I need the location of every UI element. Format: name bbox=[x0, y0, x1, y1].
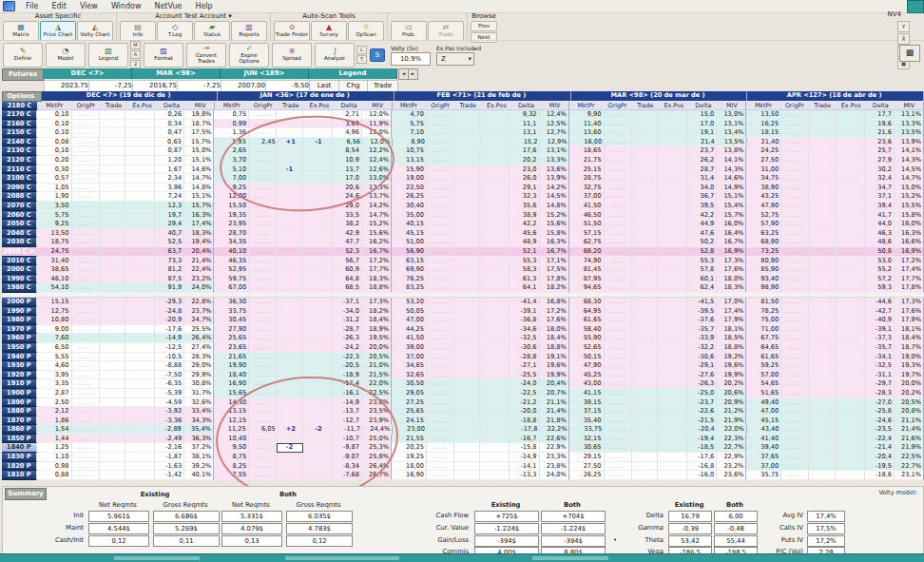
cell-trade[interactable] bbox=[454, 462, 480, 472]
cell-origpr[interactable]: ...... bbox=[249, 174, 277, 184]
cell-miv[interactable]: 24,0% bbox=[184, 283, 214, 293]
strike-cell[interactable]: 1910 P bbox=[2, 379, 37, 389]
cell-trade[interactable]: -2 bbox=[277, 443, 302, 453]
cell-origpr[interactable]: ...... bbox=[427, 257, 454, 266]
cell-miv[interactable]: 18,2% bbox=[540, 283, 569, 293]
cell-trade[interactable] bbox=[277, 371, 302, 380]
cell-miv[interactable]: 19,6% bbox=[540, 361, 569, 371]
cell-trade[interactable] bbox=[632, 407, 658, 417]
cell-trade[interactable] bbox=[277, 120, 302, 129]
cell-mktpr[interactable]: 26,25 bbox=[392, 192, 427, 202]
cell-miv[interactable]: 18,8% bbox=[362, 283, 392, 293]
cell-expos[interactable] bbox=[480, 435, 510, 444]
month-group-header[interactable]: APR <127> (18 de abr de ) bbox=[747, 91, 924, 102]
cell-mktpr[interactable]: 27,50 bbox=[569, 462, 605, 472]
cell-miv[interactable]: 21,5% bbox=[362, 371, 392, 380]
cell-expos[interactable] bbox=[836, 389, 865, 398]
cell-delta[interactable]: -24,0 bbox=[510, 379, 539, 389]
cell-expos[interactable] bbox=[303, 435, 333, 444]
cell-trade[interactable] bbox=[632, 371, 658, 380]
cell-expos[interactable] bbox=[303, 417, 333, 426]
cell-origpr[interactable]: ...... bbox=[605, 184, 632, 193]
prob-button[interactable]: ▭Prob. bbox=[391, 21, 427, 41]
cell-expos[interactable] bbox=[836, 229, 865, 239]
cell-miv[interactable]: 21,2% bbox=[717, 407, 746, 417]
cell-expos[interactable] bbox=[480, 146, 510, 156]
cell-origpr[interactable]: ...... bbox=[249, 443, 277, 453]
cell-trade[interactable] bbox=[100, 202, 125, 211]
convert-trades-button[interactable]: →Convert Trades bbox=[186, 43, 226, 68]
cell-miv[interactable]: 22,5% bbox=[362, 389, 392, 398]
cell-origpr[interactable]: ...... bbox=[428, 425, 455, 435]
cell-mktpr[interactable]: 18,15 bbox=[746, 128, 781, 138]
cell-expos[interactable] bbox=[480, 128, 510, 138]
cell-miv[interactable]: 18,4% bbox=[540, 334, 569, 343]
cell-origpr[interactable]: ...... bbox=[249, 435, 277, 444]
cell-mktpr[interactable]: 0,08 bbox=[37, 138, 72, 147]
cell-expos[interactable] bbox=[480, 257, 510, 266]
cell-mktpr[interactable]: 21,75 bbox=[569, 156, 605, 165]
cell-expos[interactable] bbox=[480, 184, 510, 193]
cell-mktpr[interactable]: 83,25 bbox=[392, 283, 427, 293]
cell-origpr[interactable]: ...... bbox=[72, 343, 100, 353]
cell-expos[interactable] bbox=[658, 361, 687, 371]
cell-miv[interactable]: 13,3% bbox=[362, 184, 392, 193]
cell-miv[interactable]: 22,0% bbox=[718, 425, 747, 435]
cell-mktpr[interactable]: 51,65 bbox=[746, 389, 781, 398]
cell-delta[interactable]: -39,5 bbox=[687, 307, 717, 317]
matrix-row[interactable]: 2080 C1,90......7,2415,1%12,00......24,6… bbox=[2, 192, 924, 202]
strike-cell[interactable]: 1830 P bbox=[2, 453, 37, 462]
cell-trade[interactable] bbox=[100, 417, 125, 426]
cell-delta[interactable]: 38,2 bbox=[333, 220, 362, 229]
cell-mktpr[interactable]: 39,00 bbox=[392, 343, 427, 353]
cell-mktpr[interactable]: 41,50 bbox=[392, 334, 427, 343]
matrix-row[interactable]: 1850 P1,44......-2,4936,3%10,40......-10… bbox=[2, 435, 924, 444]
cell-expos[interactable] bbox=[658, 407, 687, 417]
cell-origpr[interactable]: ...... bbox=[427, 184, 454, 193]
cell-trade[interactable] bbox=[100, 435, 125, 444]
cell-expos[interactable] bbox=[303, 229, 333, 239]
col-header-delta[interactable]: Delta bbox=[689, 102, 718, 111]
cell-delta[interactable]: -8,34 bbox=[333, 462, 362, 472]
cell-miv[interactable]: 15,1% bbox=[717, 192, 746, 202]
cell-trade[interactable] bbox=[100, 283, 125, 293]
cell-expos[interactable] bbox=[303, 471, 333, 480]
cell-expos[interactable] bbox=[303, 146, 333, 156]
cell-trade[interactable] bbox=[100, 379, 125, 389]
cell-trade[interactable] bbox=[277, 379, 302, 389]
cell-delta[interactable]: 0,26 bbox=[155, 110, 184, 120]
cell-trade[interactable] bbox=[277, 435, 302, 444]
cell-delta[interactable]: -21,2 bbox=[510, 398, 539, 408]
cell-origpr[interactable]: ...... bbox=[781, 353, 809, 362]
cell-trade[interactable] bbox=[277, 238, 302, 247]
cell-trade[interactable] bbox=[100, 471, 125, 480]
cell-mktpr[interactable]: 39,40 bbox=[746, 443, 781, 453]
cell-mktpr[interactable]: 51,50 bbox=[569, 220, 605, 229]
cell-origpr[interactable]: ...... bbox=[72, 257, 100, 266]
cell-expos[interactable] bbox=[303, 110, 333, 120]
month-group-header[interactable]: FEB <71> (21 de feb de ) bbox=[395, 91, 571, 102]
cell-expos[interactable] bbox=[303, 389, 333, 398]
matrix-row[interactable]: 2070 C3,50......12,315,7%15,50......29,0… bbox=[2, 202, 924, 211]
cell-trade[interactable] bbox=[632, 174, 658, 184]
cell-trade[interactable] bbox=[809, 184, 835, 193]
cell-delta[interactable]: 45,6 bbox=[510, 229, 539, 239]
volty-value-field[interactable]: 10,9% bbox=[391, 52, 431, 66]
cell-mktpr[interactable]: 58,40 bbox=[569, 325, 605, 335]
cell-origpr[interactable]: ...... bbox=[249, 471, 277, 480]
cell-miv[interactable]: 12,0% bbox=[362, 110, 392, 120]
cell-expos[interactable] bbox=[125, 211, 155, 221]
cell-delta[interactable]: 2,34 bbox=[155, 174, 184, 184]
cell-mktpr[interactable]: 19,90 bbox=[214, 361, 249, 371]
cell-delta[interactable]: 23,0 bbox=[510, 165, 539, 175]
cell-expos[interactable]: -2 bbox=[304, 425, 334, 435]
cell-trade[interactable] bbox=[277, 389, 302, 398]
cell-mktpr[interactable]: 74,90 bbox=[569, 257, 605, 266]
cell-expos[interactable] bbox=[480, 325, 510, 335]
cell-expos[interactable] bbox=[303, 371, 333, 380]
cell-mktpr[interactable]: 1,86 bbox=[37, 417, 72, 426]
matrix-row[interactable]: 1900 P2,87......-5,3931,7%15,65......-16… bbox=[2, 389, 924, 398]
cell-delta[interactable]: -22,3 bbox=[333, 353, 362, 362]
cell-expos[interactable] bbox=[658, 184, 687, 193]
strike-cell[interactable]: 2130 C bbox=[2, 146, 37, 156]
